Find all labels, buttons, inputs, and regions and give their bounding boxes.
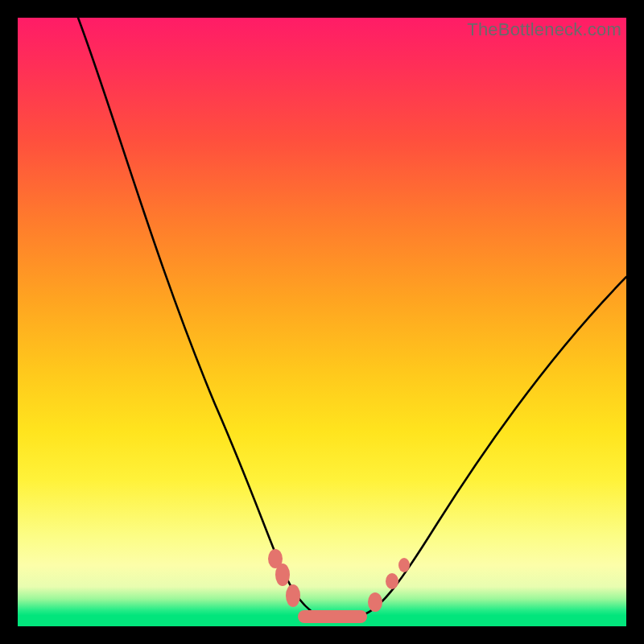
chart-svg	[18, 18, 626, 626]
plot-area: TheBottleneck.com	[18, 18, 626, 626]
marker-dot	[368, 592, 382, 612]
watermark-text: TheBottleneck.com	[467, 19, 621, 40]
chart-frame: TheBottleneck.com	[0, 0, 644, 644]
marker-bar	[298, 610, 367, 623]
marker-dot	[275, 564, 290, 586]
marker-dot	[386, 573, 398, 589]
marker-dot	[398, 558, 410, 572]
curve-path	[78, 18, 626, 617]
marker-dot	[286, 584, 300, 607]
marker-group	[268, 549, 410, 623]
